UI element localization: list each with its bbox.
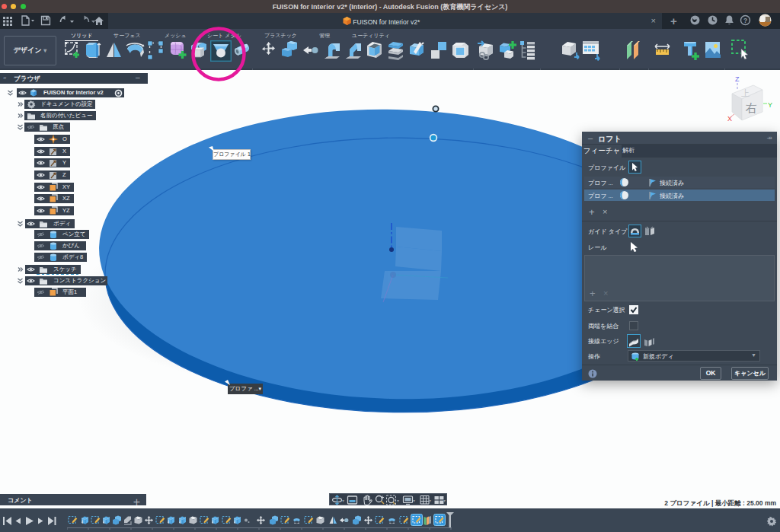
svg-text:Y: Y [768,101,772,109]
svg-text:上: 上 [741,88,750,97]
svg-text:右: 右 [745,101,757,114]
svg-text:Z: Z [735,75,740,83]
svg-text:?: ? [743,17,747,24]
